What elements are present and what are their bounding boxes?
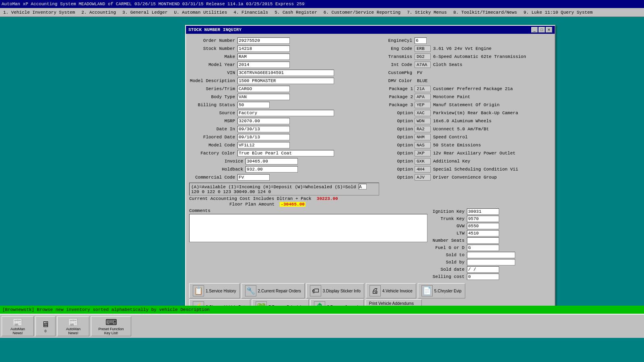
option-code: AJV	[415, 174, 431, 181]
chrysler-evip-icon: 📄	[421, 285, 433, 296]
menu-automan-utilities[interactable]: U. Automan Utilities	[171, 9, 230, 16]
status-value-input[interactable]	[359, 184, 367, 189]
form-left: Order Number Stock Number Make Model Yea…	[189, 37, 379, 207]
num-seats-row: Number Seats	[431, 237, 551, 244]
maximize-button[interactable]: □	[539, 27, 545, 33]
display-sticker-button[interactable]: 🏷 3.Display Sticker Info	[306, 283, 364, 298]
factory-color-input[interactable]	[237, 150, 334, 156]
source-input[interactable]	[237, 110, 334, 116]
stock-number-inquiry-dialog: STOCK NUMBER INQUIRY _ □ ✕ Order Number …	[185, 25, 555, 334]
vehicle-invoice-button[interactable]: 🖨 4.Vehicle Invoice	[366, 283, 416, 298]
model-code-label: Model Code	[189, 143, 237, 148]
sold-to-input[interactable]	[467, 252, 515, 258]
option-code: GXK	[415, 158, 431, 165]
trunk-key-row: Trunk Key	[431, 216, 551, 222]
comments-textarea[interactable]	[189, 214, 427, 242]
menu-sticky-menus[interactable]: 7. Sticky Menus	[404, 9, 450, 16]
selling-cost-row: Selling cost	[431, 274, 551, 280]
fuel-input[interactable]	[467, 245, 499, 251]
engine-cyl-label: EngineCyl	[382, 38, 415, 43]
gwv-input[interactable]	[467, 223, 499, 229]
menu-toolkit[interactable]: 8. Toolkit/Timecard/News	[450, 9, 520, 16]
billing-status-input[interactable]	[237, 102, 270, 108]
billing-status-label: Billing Status	[189, 103, 237, 107]
taskbar-btn-4[interactable]: ⌨ Preset FunctionKey List!	[91, 316, 131, 336]
engine-cyl-input[interactable]	[415, 37, 427, 44]
date-in-input[interactable]	[237, 126, 290, 132]
menu-bar: 1. Vehicle Inventory System 2. Accountin…	[0, 8, 644, 17]
close-button[interactable]: ✕	[546, 27, 552, 33]
vin-input[interactable]	[237, 70, 334, 76]
custom-pkg-row: CustomPkg FV	[382, 69, 551, 76]
dmv-color-value: BLUE	[415, 78, 427, 83]
taskbar-btn-3[interactable]: 📰 AutoManNews!	[57, 316, 89, 336]
commercial-code-label: Commercial Code	[189, 175, 237, 180]
sold-date-input[interactable]	[467, 266, 499, 273]
option-row-4H4: Option 4H4 Special Scheduling Condition …	[382, 166, 551, 173]
holdback-label: Holdback	[189, 167, 246, 172]
num-seats-label: Number Seats	[431, 238, 467, 243]
menu-vehicle-inventory[interactable]: 1. Vehicle Inventory System	[0, 9, 78, 16]
package2-label: Package 2	[382, 95, 415, 99]
menu-cash-register[interactable]: 5. Cash Register	[271, 9, 320, 16]
service-history-button[interactable]: 📋 1.Service History	[189, 283, 240, 298]
sold-by-input[interactable]	[467, 259, 515, 265]
floored-date-input[interactable]	[237, 134, 290, 140]
stock-number-label: Stock Number	[189, 46, 237, 51]
transmiss-row: Transmiss DG2 6-Speed Automatic 62te Tra…	[382, 53, 551, 60]
fuel-label: Fuel G or D	[431, 245, 467, 250]
option-code: XAC	[415, 110, 431, 116]
menu-query-system[interactable]: 9. Luke 11:10 Query System	[520, 9, 596, 16]
model-code-input[interactable]	[237, 142, 290, 148]
date-in-row: Date In	[189, 125, 379, 133]
selling-cost-input[interactable]	[467, 274, 499, 280]
comments-label: Comments	[189, 208, 427, 213]
model-year-row: Model Year	[189, 61, 379, 68]
taskbar-btn-1[interactable]: 📰 AutoManNews!	[2, 316, 34, 336]
trunk-key-input[interactable]	[467, 216, 499, 222]
chrysler-evip-button[interactable]: 📄 5.Chrysler Evip	[418, 283, 465, 298]
transmiss-text: 6-Speed Automatic 62te Transmission	[431, 54, 526, 59]
package3-row: Package 3 YEP Manuf Statement Of Origin	[382, 101, 551, 109]
status-line: (A)=Available (I)=Incoming (H)=Deposit (…	[191, 184, 377, 189]
taskbar-btn-2[interactable]: 🖥 0	[35, 316, 56, 336]
model-year-input[interactable]	[237, 62, 290, 68]
menu-general-ledger[interactable]: 3. General Ledger	[119, 9, 171, 16]
commercial-code-input[interactable]	[237, 174, 270, 181]
num-seats-input[interactable]	[467, 237, 499, 244]
gwv-row: GVW	[431, 223, 551, 229]
current-repair-button[interactable]: 🔧 2.Current Repair Orders	[242, 283, 305, 298]
sold-by-row: Sold by	[431, 259, 551, 265]
holdback-input[interactable]	[246, 166, 298, 173]
taskbar-icon-2: 🖥	[41, 320, 50, 329]
floor-plan-value: -30465.00	[280, 202, 305, 207]
body-type-input[interactable]	[237, 94, 290, 100]
custom-pkg-value: FV	[415, 70, 422, 75]
package1-text: Customer Preferred Package 21a	[431, 86, 513, 91]
current-repair-icon: 🔧	[245, 285, 256, 296]
order-number-input[interactable]	[237, 37, 290, 44]
series-trim-input[interactable]	[237, 86, 290, 92]
option-row-WDN: Option WDN 16x6.0 Aluminum Wheels	[382, 117, 551, 125]
menu-accounting[interactable]: 2. Accounting	[78, 9, 119, 16]
transmiss-code: DG2	[415, 53, 431, 60]
option-label: Option	[382, 143, 415, 148]
option-text: 16x6.0 Aluminum Wheels	[431, 119, 491, 123]
sold-by-label: Sold by	[431, 260, 467, 265]
taskbar-icon-1: 📰	[13, 317, 23, 327]
ltw-input[interactable]	[467, 230, 499, 237]
model-desc-input[interactable]	[237, 78, 334, 84]
title-bar-text: AutoMan xP Accounting System MEADOWLAND …	[2, 2, 305, 6]
option-label: Option	[382, 159, 415, 164]
menu-customer-reporting[interactable]: 6. Customer/Service Reporting	[320, 9, 404, 16]
menu-financials[interactable]: 4. Financials	[230, 9, 271, 16]
option-row-XAC: Option XAC Parkview(tm) Rear Back-Up Cam…	[382, 109, 551, 117]
stock-number-input[interactable]	[237, 45, 290, 52]
minimize-button[interactable]: _	[531, 27, 538, 33]
invoice-input[interactable]	[246, 158, 298, 165]
form-area: Order Number Stock Number Make Model Yea…	[189, 37, 551, 207]
make-input[interactable]	[237, 53, 290, 60]
sold-date-row: Sold date	[431, 266, 551, 273]
ignition-key-input[interactable]	[467, 208, 499, 215]
msrp-input[interactable]	[237, 118, 290, 124]
